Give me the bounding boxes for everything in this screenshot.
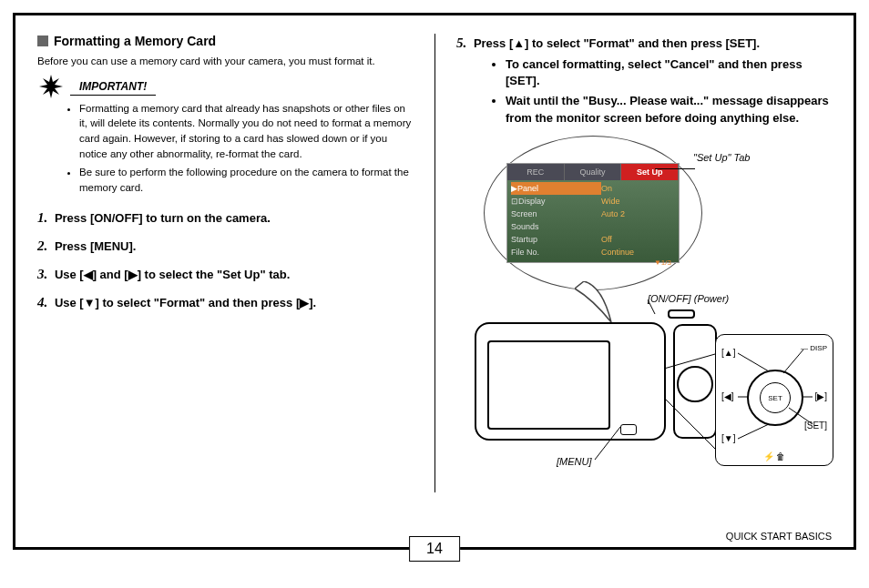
section-title-text: Formatting a Memory Card [54, 34, 216, 48]
important-list: Formatting a memory card that already ha… [37, 101, 413, 196]
label-setup-tab: "Set Up" Tab [693, 152, 750, 163]
footer-section-label: QUICK START BASICS [726, 531, 832, 542]
label-disp: — DISP [801, 344, 827, 352]
label-up: [▲] [721, 348, 735, 358]
label-left: [◀] [721, 391, 734, 401]
control-pad-detail: SET [▲] [◀] [▼] [▶] [SET] — DISP ⚡ 🗑 [715, 334, 833, 466]
intro-text: Before you can use a memory card with yo… [37, 54, 413, 69]
svg-marker-0 [39, 75, 63, 98]
section-heading: Formatting a Memory Card [37, 34, 413, 48]
label-right: [▶] [814, 391, 827, 401]
step-5: 5. Press [▲] to select "Format" and then… [456, 34, 832, 127]
page-number: 14 [409, 536, 460, 562]
column-divider [434, 34, 435, 492]
steps-list-right: 5. Press [▲] to select "Format" and then… [456, 34, 832, 127]
control-pad-bottom-icons: ⚡ 🗑 [716, 451, 833, 461]
burst-icon [39, 75, 63, 98]
tab-quality: Quality [565, 164, 622, 180]
camera-lcd [487, 340, 610, 430]
power-leader-line [648, 299, 684, 318]
svg-line-3 [738, 424, 769, 439]
square-bullet-icon [37, 35, 48, 46]
important-item: Be sure to perform the following procedu… [79, 165, 413, 195]
svg-line-7 [664, 354, 715, 369]
step-4: 4. Use [▼] to select "Format" and then p… [37, 293, 413, 312]
right-column: 5. Press [▲] to select "Format" and then… [434, 15, 854, 547]
step-2: 2. Press [MENU]. [37, 237, 413, 256]
svg-line-1 [738, 353, 769, 371]
menu-body: ▶PanelOn ⊡DisplayWide ScreenAuto 2 Sound… [507, 180, 679, 262]
step-5-sublist: To cancel formatting, select "Cancel" an… [478, 56, 832, 127]
svg-line-9 [595, 427, 620, 460]
svg-line-10 [648, 299, 655, 314]
step-1: 1. Press [ON/OFF] to turn on the camera. [37, 208, 413, 228]
step-3: 3. Use [◀] and [▶] to select the "Set Up… [37, 265, 413, 284]
manual-page: Formatting a Memory Card Before you can … [13, 13, 856, 550]
label-down: [▼] [721, 433, 735, 443]
menu-leader-line [593, 427, 629, 463]
set-button: SET [760, 382, 791, 413]
sub-item: To cancel formatting, select "Cancel" an… [506, 56, 832, 89]
important-label-text: IMPORTANT! [79, 80, 147, 93]
label-set: [SET] [804, 421, 827, 431]
tab-rec: REC [507, 164, 565, 180]
steps-list: 1. Press [ON/OFF] to turn on the camera.… [37, 208, 413, 312]
menu-tabs: REC Quality Set Up [507, 164, 679, 180]
camera-menu-screen: REC Quality Set Up ▶PanelOn ⊡DisplayWide… [506, 163, 680, 263]
important-label: IMPORTANT! [70, 78, 156, 96]
label-menu: [MENU] [557, 456, 592, 467]
menu-pager: ▼1/3 [511, 259, 675, 267]
left-column: Formatting a Memory Card Before you can … [15, 15, 434, 547]
diagram-area: REC Quality Set Up ▶PanelOn ⊡DisplayWide… [456, 136, 832, 472]
svg-line-8 [664, 398, 715, 449]
leader-line [655, 168, 695, 169]
camera-body [475, 322, 666, 441]
svg-line-6 [783, 350, 803, 373]
tab-setup: Set Up [621, 164, 679, 180]
important-item: Formatting a memory card that already ha… [79, 101, 413, 162]
sub-item: Wait until the "Busy... Please wait..." … [506, 93, 832, 126]
zoom-lines [655, 352, 719, 452]
